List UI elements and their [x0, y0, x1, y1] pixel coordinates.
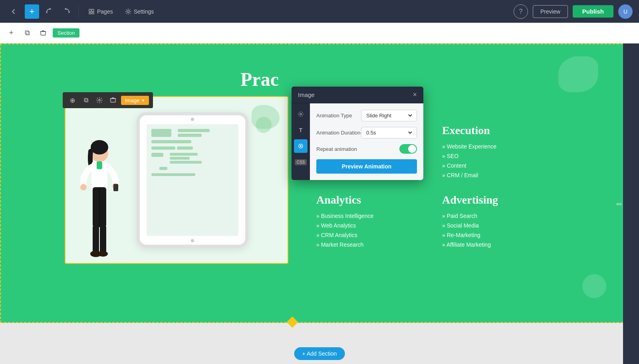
add-element-button[interactable]: +: [25, 4, 39, 19]
section-label: Section: [53, 28, 79, 38]
crm-email-item: » CRM / Email: [442, 172, 540, 178]
animation-type-select[interactable]: Slide Right None Fade In Slide Left Slid…: [361, 110, 417, 121]
repeat-animation-toggle[interactable]: [399, 144, 417, 154]
svg-rect-2: [89, 12, 91, 14]
svg-rect-5: [41, 32, 46, 35]
analytics-col: Analytics » Business Intelligence » Web …: [316, 194, 414, 251]
settings-nav[interactable]: Settings: [121, 6, 158, 17]
preview-animation-button[interactable]: Preview Animation: [316, 159, 417, 174]
panel-header: Image ×: [292, 87, 423, 103]
svg-rect-11: [97, 161, 102, 169]
blob-decoration-2: [582, 274, 606, 298]
illustration: [65, 97, 288, 263]
animation-type-row: Animation Type Slide Right None Fade In …: [316, 110, 417, 121]
panel-close-button[interactable]: ×: [413, 91, 417, 99]
animation-type-dropdown[interactable]: Slide Right None Fade In Slide Left Slid…: [365, 112, 413, 119]
animation-duration-dropdown[interactable]: 0.5s 0.3s 0.8s 1s 1.5s 2s: [365, 129, 413, 136]
panel-side-tabs: T CSS: [292, 103, 310, 180]
svg-rect-3: [92, 12, 94, 14]
publish-button[interactable]: Publish: [573, 5, 613, 18]
svg-point-12: [80, 184, 87, 190]
image-panel: Image × T C: [292, 87, 423, 180]
advertising-col: Advertising » Paid Search » Social Media…: [442, 194, 540, 251]
svg-rect-1: [92, 9, 94, 12]
settings-image-btn[interactable]: [94, 95, 105, 106]
back-button[interactable]: [6, 4, 21, 19]
add-section-button[interactable]: + Add Section: [294, 347, 345, 360]
blob-decoration-1: [558, 56, 598, 92]
person-figure: [73, 139, 125, 263]
panel-tab-settings[interactable]: [294, 107, 308, 121]
image-widget: [65, 96, 288, 264]
section-bar: + ⧉ Section: [0, 23, 639, 44]
pages-nav[interactable]: Pages: [84, 6, 117, 17]
move-image-btn[interactable]: ⊕: [67, 95, 78, 106]
analytics-title: Analytics: [316, 194, 414, 206]
panel-with-tabs: T CSS Animation Type: [292, 103, 423, 180]
tablet-mockup: [137, 112, 248, 248]
repeat-animation-label: Repeat animation: [316, 146, 357, 152]
svg-point-21: [300, 113, 302, 115]
image-type-btn[interactable]: Image ▼: [121, 96, 149, 105]
delete-image-btn[interactable]: [107, 95, 119, 106]
svg-rect-0: [89, 9, 91, 12]
panel-content: Animation Type Slide Right None Fade In …: [310, 103, 423, 180]
divider: [78, 6, 79, 18]
panel-tab-animation[interactable]: [294, 139, 308, 153]
panel-title: Image: [298, 91, 315, 98]
svg-point-9: [91, 140, 108, 154]
topbar-left: + Pages Setting: [6, 4, 158, 19]
svg-point-4: [127, 10, 129, 12]
pages-label: Pages: [97, 8, 113, 15]
svg-point-6: [99, 99, 100, 101]
svg-rect-18: [100, 225, 106, 253]
svg-point-23: [300, 145, 302, 147]
user-avatar[interactable]: U: [618, 4, 633, 19]
help-button[interactable]: ?: [514, 4, 528, 19]
svg-rect-7: [111, 99, 115, 102]
tablet-home-btn: [191, 239, 194, 242]
svg-rect-17: [93, 225, 99, 253]
copy-section-btn[interactable]: ⧉: [21, 27, 34, 40]
animation-duration-select[interactable]: 0.5s 0.3s 0.8s 1s 1.5s 2s: [361, 127, 417, 138]
tablet-screen: [147, 124, 238, 236]
collapse-panel-btn[interactable]: «»: [615, 196, 623, 212]
image-toolbar: ⊕ ⧉ Image ▼: [63, 92, 153, 108]
execution-title: Execution: [442, 124, 540, 137]
resize-handle[interactable]: [287, 317, 298, 328]
svg-rect-14: [113, 184, 118, 191]
canvas-area: Prac » ROI Analysis » Positioning » Mark…: [0, 44, 639, 364]
animation-duration-label: Animation Duration: [316, 130, 361, 136]
advertising-title: Advertising: [442, 194, 540, 206]
topbar: + Pages Setting: [0, 0, 639, 23]
animation-type-label: Animation Type: [316, 113, 352, 119]
page-title: Prac: [240, 68, 279, 90]
redo-button[interactable]: [60, 5, 73, 18]
panel-tab-css[interactable]: CSS: [294, 155, 308, 169]
add-section-btn[interactable]: +: [5, 27, 18, 40]
svg-point-20: [98, 251, 108, 257]
content-item-execution: » Content: [442, 162, 540, 169]
delete-section-btn[interactable]: [37, 27, 50, 40]
settings-label: Settings: [134, 8, 154, 15]
preview-button[interactable]: Preview: [533, 5, 568, 18]
website-exp-item: » Website Experience: [442, 143, 540, 150]
tablet-camera: [191, 118, 194, 121]
seo-item: » SEO: [442, 153, 540, 159]
panel-tab-text[interactable]: T: [294, 123, 308, 137]
topbar-right: ? Preview Publish U: [514, 4, 633, 19]
green-section: Prac » ROI Analysis » Positioning » Mark…: [0, 44, 639, 323]
repeat-animation-row: Repeat animation: [316, 144, 417, 154]
execution-col: Execution » Website Experience » SEO » C…: [442, 124, 540, 182]
animation-duration-row: Animation Duration 0.5s 0.3s 0.8s 1s 1.5…: [316, 127, 417, 138]
side-panel: «»: [623, 44, 639, 364]
copy-image-btn[interactable]: ⧉: [80, 95, 91, 106]
undo-button[interactable]: [43, 5, 56, 18]
